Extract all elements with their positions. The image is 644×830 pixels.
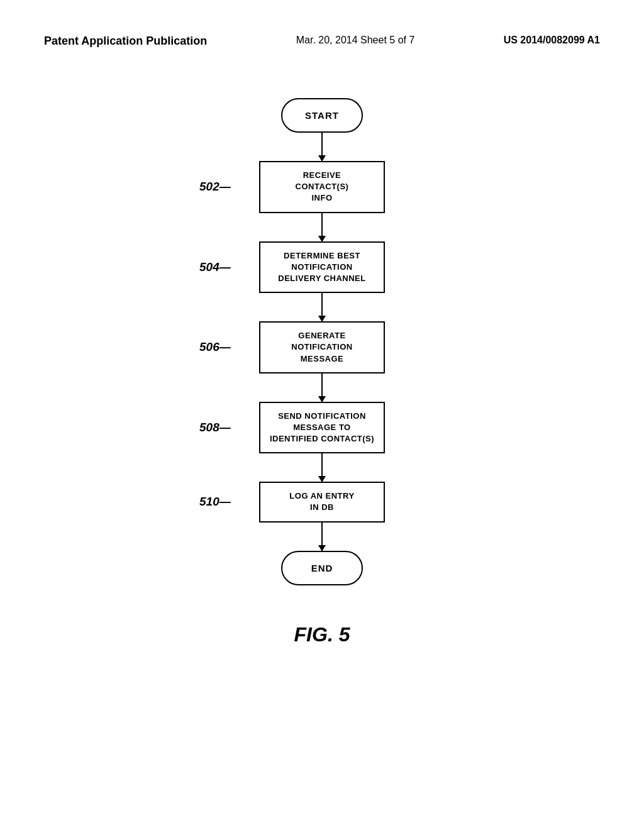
step-504-row: 504— DETERMINE BESTNOTIFICATIONDELIVERY …	[259, 241, 385, 294]
step-502-row: 502— RECEIVECONTACT(S)INFO	[259, 161, 385, 213]
step-506-label: 506—	[199, 340, 231, 354]
step-508-node: SEND NOTIFICATIONMESSAGE TOIDENTIFIED CO…	[259, 402, 385, 454]
arrow-4	[321, 374, 323, 402]
arrow-5	[321, 453, 323, 482]
step-506-row: 506— GENERATENOTIFICATIONMESSAGE	[259, 321, 385, 374]
step-508-label: 508—	[199, 421, 231, 434]
step-510-label: 510—	[199, 495, 231, 509]
end-node-row: END	[281, 551, 363, 585]
flowchart: START 502— RECEIVECONTACT(S)INFO 504— DE…	[259, 98, 385, 585]
step-502-node: RECEIVECONTACT(S)INFO	[259, 161, 385, 213]
arrow-2	[321, 213, 323, 241]
diagram-container: START 502— RECEIVECONTACT(S)INFO 504— DE…	[0, 98, 644, 646]
step-510-node: LOG AN ENTRYIN DB	[259, 482, 385, 522]
step-502-label: 502—	[199, 180, 231, 194]
page-header: Patent Application Publication Mar. 20, …	[0, 0, 644, 48]
start-node-row: START	[281, 98, 363, 133]
step-510-row: 510— LOG AN ENTRYIN DB	[259, 482, 385, 522]
header-left: Patent Application Publication	[44, 35, 207, 48]
header-center: Mar. 20, 2014 Sheet 5 of 7	[296, 35, 415, 46]
arrow-1	[321, 133, 323, 161]
arrow-6	[321, 523, 323, 551]
step-504-node: DETERMINE BESTNOTIFICATIONDELIVERY CHANN…	[259, 241, 385, 294]
figure-label: FIG. 5	[294, 623, 350, 646]
end-node: END	[281, 551, 363, 585]
step-504-label: 504—	[199, 260, 231, 274]
step-506-node: GENERATENOTIFICATIONMESSAGE	[259, 321, 385, 374]
start-node: START	[281, 98, 363, 133]
header-right: US 2014/0082099 A1	[504, 35, 600, 46]
step-508-row: 508— SEND NOTIFICATIONMESSAGE TOIDENTIFI…	[259, 402, 385, 454]
arrow-3	[321, 293, 323, 321]
